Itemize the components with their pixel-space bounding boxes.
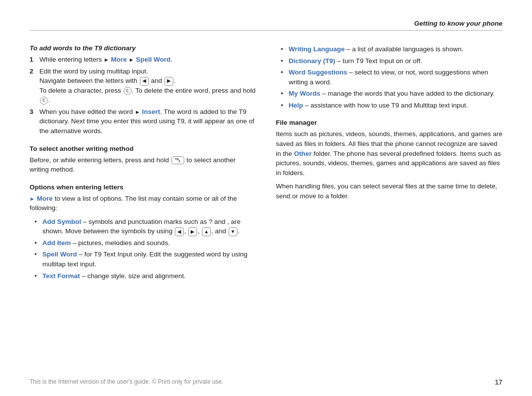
bullet-dictionary-text: Dictionary (T9) – turn T9 Text Input on …: [289, 56, 422, 66]
header-title: Getting to know your phone: [414, 20, 502, 27]
step-1-num: 1: [30, 55, 36, 65]
option-add-symbol-text: Add Symbol – symbols and punctuation mar…: [42, 217, 256, 236]
writing-language-link: Writing Language: [289, 45, 345, 53]
step-2-num: 2: [30, 67, 36, 105]
options-list: Add Symbol – symbols and punctuation mar…: [34, 217, 256, 281]
left-column: To add words to the T9 dictionary 1 Whil…: [30, 44, 256, 285]
section1-title: To add words to the T9 dictionary: [30, 44, 256, 52]
other-link: Other: [294, 150, 312, 157]
steps-list: 1 While entering letters ► More ► Spell …: [30, 55, 256, 136]
step-3-text: When you have edited the word ► Insert. …: [39, 107, 256, 136]
step-2: 2 Edit the word by using multitap input.…: [30, 67, 256, 105]
nav-left-icon: ◀: [140, 77, 149, 86]
bullet-help: Help – assistance with how to use T9 and…: [281, 101, 502, 110]
more-link-1: More: [111, 56, 127, 63]
bullet-my-words: My Words – manage the words that you hav…: [281, 89, 502, 99]
option-add-symbol: Add Symbol – symbols and punctuation mar…: [34, 217, 256, 236]
bullet-writing-language: Writing Language – a list of available l…: [281, 44, 502, 54]
step-2-text: Edit the word by using multitap input. N…: [39, 67, 256, 105]
add-symbol-link: Add Symbol: [42, 218, 81, 225]
word-suggestions-link: Word Suggestions: [289, 69, 347, 76]
file-manager-p2: When handling files, you can select seve…: [276, 181, 502, 201]
step-3: 3 When you have edited the word ► Insert…: [30, 107, 256, 136]
more-link-2: More: [37, 195, 53, 202]
text-format-link: Text Format: [42, 272, 80, 280]
bullet-writing-language-text: Writing Language – a list of available l…: [289, 44, 464, 54]
option-text-format-text: Text Format – change style, size and ali…: [42, 271, 186, 281]
bullet-word-suggestions: Word Suggestions – select to view, or no…: [281, 68, 502, 87]
c-key-icon: c: [124, 87, 132, 95]
nav-icon-2: ▶: [188, 227, 197, 236]
arrow-icon-4: ►: [30, 196, 35, 202]
step-1: 1 While entering letters ► More ► Spell …: [30, 55, 256, 65]
right-bullets: Writing Language – a list of available l…: [281, 44, 502, 110]
page-footer: This is the Internet version of the user…: [0, 378, 532, 386]
bullet-help-text: Help – assistance with how to use T9 and…: [289, 101, 468, 110]
bullet-my-words-text: My Words – manage the words that you hav…: [289, 89, 495, 99]
section3-title: Options when entering letters: [30, 183, 256, 191]
star-key-icon: *ª₁: [171, 156, 184, 164]
content-columns: To add words to the T9 dictionary 1 Whil…: [30, 44, 502, 285]
file-manager-title: File manager: [276, 119, 502, 126]
insert-link: Insert: [142, 108, 160, 115]
step-3-num: 3: [30, 107, 36, 136]
bullet-word-suggestions-text: Word Suggestions – select to view, or no…: [289, 68, 502, 87]
nav-icon-3: ▲: [202, 227, 211, 236]
help-link: Help: [289, 102, 303, 109]
file-manager-p1: Items such as pictures, videos, sounds, …: [276, 129, 502, 178]
step-1-text: While entering letters ► More ► Spell Wo…: [39, 55, 172, 65]
my-words-link: My Words: [289, 90, 320, 97]
option-add-item: Add Item – pictures, melodies and sounds…: [34, 238, 256, 248]
arrow-icon-3: ►: [135, 109, 140, 115]
section2-text: Before, or while entering letters, press…: [30, 155, 256, 175]
option-spell-word-text: Spell Word – for T9 Text Input only. Edi…: [42, 250, 256, 269]
spell-word-link-2: Spell Word: [42, 251, 77, 258]
section3-intro-text: ► More to view a list of options. The li…: [30, 194, 256, 213]
arrow-icon-1: ►: [104, 57, 109, 63]
add-item-link: Add Item: [42, 239, 71, 247]
page: Getting to know your phone To add words …: [0, 0, 532, 396]
option-text-format: Text Format – change style, size and ali…: [34, 271, 256, 281]
arrow-icon-2: ►: [129, 57, 134, 63]
nav-icon-1: ◀: [175, 227, 184, 236]
dictionary-link: Dictionary (T9): [289, 57, 335, 65]
nav-icon-4: ▼: [229, 227, 237, 236]
page-header: Getting to know your phone: [30, 20, 502, 31]
section2-title: To select another writing method: [30, 145, 256, 152]
option-add-item-text: Add Item – pictures, melodies and sounds…: [42, 238, 170, 248]
option-spell-word: Spell Word – for T9 Text Input only. Edi…: [34, 250, 256, 269]
spell-word-link-1: Spell Word: [136, 56, 170, 63]
nav-right-icon: ▶: [165, 77, 173, 86]
bullet-dictionary: Dictionary (T9) – turn T9 Text Input on …: [281, 56, 502, 66]
footer-disclaimer: This is the Internet version of the user…: [30, 378, 223, 386]
page-number: 17: [495, 378, 502, 386]
c-key-hold-icon: c: [40, 97, 48, 105]
right-column: Writing Language – a list of available l…: [276, 44, 502, 285]
